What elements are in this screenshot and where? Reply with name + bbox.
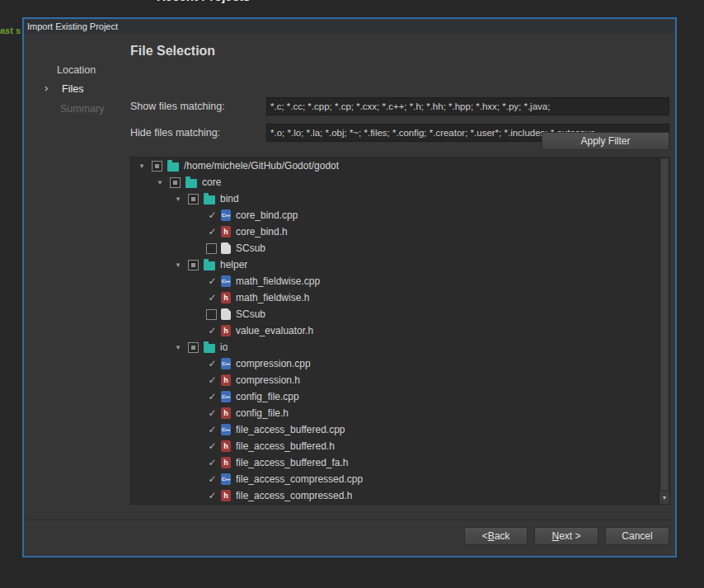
file-checkbox-unchecked[interactable] (206, 243, 217, 254)
tree-row-folder[interactable]: ▾bind (131, 191, 659, 207)
wizard-step-location[interactable]: Location (57, 64, 96, 76)
file-checkbox-checked[interactable]: ✓ (204, 407, 221, 419)
tree-item-label: math_fieldwise.h (236, 292, 309, 303)
import-existing-project-dialog: Import Existing Project Location › Files… (22, 17, 677, 557)
tree-scrollbar[interactable]: ▾ (659, 158, 669, 504)
page-title: File Selection (130, 44, 215, 59)
show-files-label: Show files matching: (130, 101, 225, 112)
tree-row-file[interactable]: ✓C++compression.cpp (131, 355, 659, 372)
folder-checkbox-partial[interactable] (188, 342, 199, 353)
tree-row-file[interactable]: ✓hvalue_evaluator.h (131, 322, 659, 339)
expander-icon[interactable]: ▾ (171, 343, 185, 351)
tree-item-label: core_bind.h (236, 226, 288, 238)
file-checkbox-checked[interactable]: ✓ (204, 473, 221, 485)
tree-rows: ▾/home/michele/GitHub/Godot/godot▾core▾b… (131, 158, 659, 504)
folder-checkbox-partial[interactable] (188, 194, 199, 205)
folder-icon (204, 344, 215, 353)
cpp-file-icon: C++ (221, 473, 231, 485)
expander-icon[interactable]: ▾ (134, 162, 149, 170)
tree-item-label: compression.h (236, 374, 300, 386)
tree-item-label: SCsub (236, 308, 265, 320)
tree-row-file[interactable]: ✓C++file_access_compressed.cpp (131, 471, 659, 487)
tree-item-label: core_bind.cpp (236, 209, 298, 221)
tree-row-folder[interactable]: ▾helper (131, 256, 659, 273)
file-checkbox-checked[interactable]: ✓ (204, 391, 221, 402)
tree-item-label: helper (220, 259, 247, 270)
tree-row-file[interactable]: ✓C++config_file.cpp (131, 388, 659, 405)
tree-row-file[interactable]: ✓hfile_access_buffered_fa.h (131, 454, 659, 471)
cpp-file-icon: C++ (221, 358, 231, 369)
wizard-step-files[interactable]: Files (62, 83, 83, 95)
next-button[interactable]: Next > (534, 527, 598, 545)
recent-projects-text: Recent Projects (157, 0, 250, 3)
tree-row-file[interactable]: ✓hfile_access_compressed.h (131, 487, 659, 504)
tree-item-label: config_file.cpp (236, 391, 299, 402)
file-checkbox-unchecked[interactable] (206, 309, 217, 320)
file-icon (221, 242, 231, 254)
tree-row-file[interactable]: SCsub (131, 240, 659, 256)
file-checkbox-checked[interactable]: ✓ (204, 490, 221, 501)
chevron-down-icon: ▾ (663, 494, 666, 501)
next-mnemonic: N (551, 530, 559, 542)
footer-separator (24, 520, 675, 520)
tree-item-label: file_access_compressed.h (236, 490, 352, 501)
desktop: Recent Projects ast s Import Existing Pr… (0, 0, 704, 588)
partial-check-mark (191, 197, 195, 201)
partial-check-mark (191, 263, 195, 267)
current-step-chevron-icon: › (45, 82, 48, 94)
dialog-titlebar[interactable]: Import Existing Project (24, 19, 675, 34)
tree-row-folder[interactable]: ▾/home/michele/GitHub/Godot/godot (131, 158, 659, 174)
tree-item-label: file_access_buffered.cpp (236, 424, 345, 435)
tree-row-file[interactable]: ✓hconfig_file.h (131, 405, 659, 421)
folder-checkbox-partial[interactable] (170, 177, 181, 188)
next-label-rest: ext > (559, 530, 580, 542)
folder-icon (204, 261, 215, 270)
tree-row-file[interactable]: SCsub (131, 306, 659, 322)
file-checkbox-checked[interactable]: ✓ (204, 325, 221, 336)
file-checkbox-checked[interactable]: ✓ (204, 226, 221, 238)
tree-row-file[interactable]: ✓C++core_bind.cpp (131, 207, 659, 223)
wizard-step-summary: Summary (60, 103, 104, 115)
cpp-file-icon: C++ (221, 275, 231, 287)
tree-row-file[interactable]: ✓hmath_fieldwise.h (131, 289, 659, 306)
file-checkbox-checked[interactable]: ✓ (204, 358, 221, 369)
file-checkbox-checked[interactable]: ✓ (204, 292, 221, 303)
tree-row-file[interactable]: ✓hfile_access_buffered.h (131, 438, 659, 454)
tree-item-label: value_evaluator.h (236, 325, 313, 336)
folder-checkbox-partial[interactable] (152, 161, 162, 172)
file-checkbox-checked[interactable]: ✓ (204, 457, 221, 468)
tree-item-label: config_file.h (236, 407, 289, 419)
file-checkbox-checked[interactable]: ✓ (204, 424, 221, 435)
h-file-icon: h (221, 374, 231, 386)
scrollbar-down-button[interactable]: ▾ (659, 492, 669, 504)
apply-filter-button[interactable]: Apply Filter (542, 132, 669, 150)
expander-icon[interactable]: ▾ (171, 195, 185, 203)
file-checkbox-checked[interactable]: ✓ (204, 374, 221, 386)
tree-row-file[interactable]: ✓C++math_fieldwise.cpp (131, 273, 659, 289)
h-file-icon: h (221, 490, 231, 501)
file-tree: ▾/home/michele/GitHub/Godot/godot▾core▾b… (130, 157, 670, 505)
expander-icon[interactable]: ▾ (153, 178, 167, 186)
h-file-icon: h (221, 292, 231, 303)
tree-item-label: SCsub (236, 242, 265, 254)
tree-row-folder[interactable]: ▾io (131, 339, 659, 355)
h-file-icon: h (221, 325, 231, 336)
tree-row-file[interactable]: ✓hcore_bind.h (131, 223, 659, 240)
tree-row-folder[interactable]: ▾core (131, 174, 659, 191)
tree-row-file[interactable]: ✓C++file_access_buffered.cpp (131, 421, 659, 438)
tree-row-file[interactable]: ✓hcompression.h (131, 372, 659, 388)
show-files-input[interactable] (266, 97, 669, 115)
scrollbar-thumb[interactable] (660, 158, 669, 491)
cancel-button[interactable]: Cancel (605, 527, 669, 545)
hide-files-label: Hide files matching: (130, 127, 220, 139)
file-checkbox-checked[interactable]: ✓ (204, 440, 221, 452)
file-checkbox-checked[interactable]: ✓ (204, 275, 221, 287)
folder-checkbox-partial[interactable] (188, 260, 199, 270)
back-button[interactable]: < Back (464, 527, 528, 545)
file-checkbox-checked[interactable]: ✓ (204, 209, 221, 221)
dialog-body: Location › Files Summary File Selection … (24, 34, 675, 556)
tree-item-label: core (202, 176, 221, 188)
partial-check-mark (191, 346, 195, 350)
expander-icon[interactable]: ▾ (171, 261, 185, 269)
folder-icon (167, 162, 179, 172)
